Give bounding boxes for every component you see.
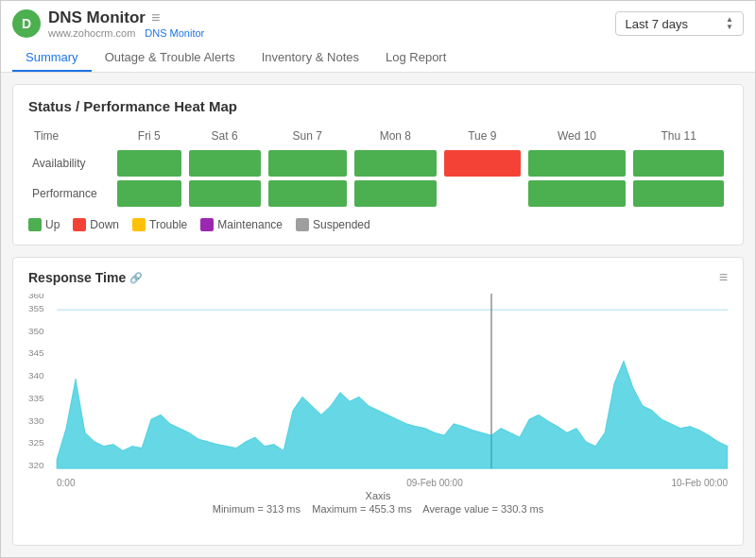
chart-svg: 320 325 330 335 340 345 350 355 360 (28, 294, 728, 473)
col-time: Time (28, 126, 113, 148)
legend-label-down: Down (90, 218, 119, 231)
stat-avg: Average value = 330.3 ms (422, 503, 543, 515)
brand-info: DNS Monitor ≡ www.zohocrm.com DNS Monito… (48, 8, 204, 39)
legend-label-suspended: Suspended (313, 218, 370, 231)
chart-title: Response Time 🔗 (28, 270, 143, 285)
legend-dot-yellow (132, 218, 146, 231)
col-mon: Mon 8 (351, 126, 440, 148)
legend-label-maintenance: Maintenance (217, 218, 283, 231)
legend-label-up: Up (45, 218, 60, 231)
heatmap-card: Status / Performance Heat Map Time Fri 5… (12, 84, 744, 245)
avail-fri (113, 148, 185, 178)
perf-wed (524, 178, 630, 209)
svg-text:345: 345 (28, 348, 44, 359)
date-selector[interactable]: Last 7 days ▲ ▼ (615, 11, 744, 36)
chart-area: 320 325 330 335 340 345 350 355 360 (28, 294, 728, 515)
main-content: Status / Performance Heat Map Time Fri 5… (1, 73, 755, 557)
brand-url-row: www.zohocrm.com DNS Monitor (48, 27, 204, 39)
brand: D DNS Monitor ≡ www.zohocrm.com DNS Moni… (12, 8, 204, 39)
arrow-down-icon[interactable]: ▼ (726, 24, 733, 31)
avail-thu (629, 148, 728, 178)
avail-sat (185, 148, 265, 178)
x-label-mid: 09-Feb 00:00 (406, 478, 463, 488)
legend-maintenance: Maintenance (200, 218, 283, 231)
chart-header: Response Time 🔗 ≡ (28, 269, 728, 286)
legend-dot-gray (296, 218, 309, 231)
legend-suspended: Suspended (296, 218, 370, 231)
legend-up: Up (28, 218, 60, 231)
col-sun: Sun 7 (265, 126, 351, 148)
heatmap-table: Time Fri 5 Sat 6 Sun 7 Mon 8 Tue 9 Wed 1… (28, 126, 728, 209)
tab-summary[interactable]: Summary (12, 44, 92, 72)
avail-sun (265, 148, 351, 178)
svg-text:350: 350 (28, 326, 44, 336)
perf-fri (113, 178, 185, 209)
date-arrows: ▲ ▼ (726, 16, 733, 31)
date-selector-label: Last 7 days (626, 17, 689, 31)
tab-inventory[interactable]: Inventory & Notes (249, 44, 372, 72)
legend-dot-green (28, 218, 42, 231)
avail-tue (440, 148, 524, 178)
header-top: D DNS Monitor ≡ www.zohocrm.com DNS Moni… (12, 8, 744, 39)
chart-stats: Minimum = 313 ms Maximum = 455.3 ms Aver… (28, 503, 728, 515)
chart-title-text: Response Time (28, 270, 126, 285)
chart-card: Response Time 🔗 ≡ 320 325 330 335 340 34… (12, 257, 744, 546)
col-wed: Wed 10 (524, 126, 630, 148)
legend-dot-red (73, 218, 86, 231)
col-tue: Tue 9 (440, 126, 524, 148)
nav-tabs: Summary Outage & Trouble Alerts Inventor… (12, 42, 744, 72)
performance-row: Performance (28, 178, 728, 209)
heatmap-title: Status / Performance Heat Map (28, 98, 728, 114)
col-sat: Sat 6 (185, 126, 265, 148)
header: D DNS Monitor ≡ www.zohocrm.com DNS Moni… (1, 1, 755, 73)
svg-text:340: 340 (28, 370, 44, 380)
stat-min: Minimum = 313 ms (213, 503, 301, 515)
svg-text:335: 335 (28, 393, 44, 403)
external-link-icon[interactable]: 🔗 (129, 272, 143, 284)
perf-thu (629, 178, 728, 209)
brand-name: DNS Monitor ≡ (48, 8, 204, 27)
row-label-performance: Performance (28, 178, 113, 209)
tab-log[interactable]: Log Report (372, 44, 459, 72)
availability-row: Availability (28, 148, 728, 178)
brand-name-text: DNS Monitor (48, 8, 146, 27)
perf-mon (351, 178, 440, 209)
svg-text:320: 320 (28, 460, 44, 470)
heatmap-legend: Up Down Trouble Maintenance Suspended (28, 218, 728, 231)
row-label-availability: Availability (28, 148, 113, 178)
avail-mon (351, 148, 440, 178)
brand-icon: D (12, 9, 41, 38)
perf-sun (265, 178, 351, 209)
chart-menu-icon[interactable]: ≡ (719, 269, 728, 286)
legend-trouble: Trouble (132, 218, 187, 231)
app-container: D DNS Monitor ≡ www.zohocrm.com DNS Moni… (0, 0, 756, 558)
legend-dot-purple (200, 218, 214, 231)
legend-label-trouble: Trouble (149, 218, 187, 231)
svg-text:355: 355 (28, 303, 44, 313)
brand-link[interactable]: DNS Monitor (145, 27, 204, 39)
svg-text:325: 325 (28, 438, 44, 448)
x-label-start: 0:00 (57, 478, 75, 488)
perf-tue (440, 178, 524, 209)
x-label-end: 10-Feb 00:00 (672, 478, 729, 488)
avail-wed (524, 148, 630, 178)
tab-outage[interactable]: Outage & Trouble Alerts (92, 44, 249, 72)
x-axis-label: Xaxis (28, 490, 728, 501)
svg-text:360: 360 (28, 294, 44, 300)
stat-max: Maximum = 455.3 ms (312, 503, 411, 515)
menu-icon[interactable]: ≡ (151, 9, 160, 26)
heatmap-header-row: Time Fri 5 Sat 6 Sun 7 Mon 8 Tue 9 Wed 1… (28, 126, 728, 148)
perf-sat (185, 178, 265, 209)
col-fri: Fri 5 (113, 126, 185, 148)
brand-url: www.zohocrm.com (48, 27, 135, 39)
svg-text:330: 330 (28, 415, 44, 426)
col-thu: Thu 11 (629, 126, 728, 148)
legend-down: Down (73, 218, 119, 231)
